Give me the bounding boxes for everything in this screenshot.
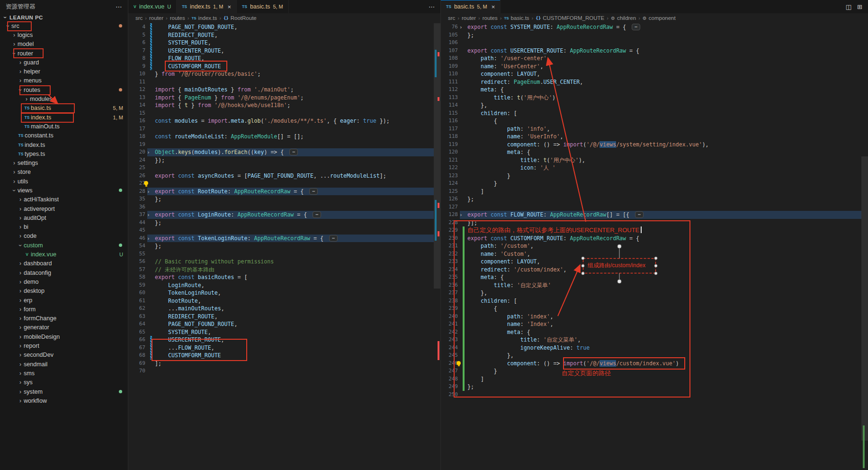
tree-item-guard[interactable]: ›guard (0, 58, 128, 67)
line-number[interactable]: 65 (128, 328, 145, 336)
breadcrumb-item-component[interactable]: component (649, 15, 676, 21)
line-number[interactable]: 246 (441, 360, 458, 368)
line-number[interactable]: 63 (128, 313, 145, 321)
code-line-8[interactable]: 8 FLOW_ROUTE, (128, 54, 434, 63)
line-number[interactable]: 19 (128, 141, 145, 149)
fold-chevron-right-icon[interactable]: › (147, 188, 150, 196)
line-number[interactable]: 17 (128, 125, 145, 133)
code-line-115[interactable]: 115 children: [ (441, 109, 861, 118)
code-line-58[interactable]: 58export const basicRoutes = [ (128, 273, 434, 281)
line-number[interactable]: 67 (128, 344, 145, 352)
line-number[interactable]: 230 (441, 235, 458, 243)
code-line-107[interactable]: 107export const USERCENTER_ROUTE: AppRou… (441, 47, 861, 55)
tree-item-sys[interactable]: ›sys (0, 378, 128, 387)
line-number[interactable]: 243 (441, 336, 458, 344)
code-line-60[interactable]: 60 TokenLoginRoute, (128, 289, 434, 297)
code-line-108[interactable]: 108 path: '/user-center', (441, 54, 861, 63)
code-line-230[interactable]: 230export const CUSTOMFORM_ROUTE: AppRou… (441, 235, 861, 243)
line-number[interactable]: 117 (441, 125, 458, 133)
line-number[interactable]: 61 (128, 297, 145, 305)
line-number[interactable]: 14 (128, 101, 145, 109)
code-line-229[interactable]: 229 (441, 226, 861, 235)
line-number[interactable]: 59 (128, 281, 145, 289)
code-line-4[interactable]: 4 PAGE_NOT_FOUND_ROUTE, (128, 23, 434, 31)
more-actions-icon[interactable]: ⋯ (429, 3, 435, 10)
line-number[interactable]: 124 (441, 180, 458, 188)
code-editor-basic-ts[interactable]: 76›export const SYSTEM_ROUTE: AppRouteRe… (441, 23, 861, 470)
line-number[interactable]: 66 (128, 336, 145, 344)
code-line-24[interactable]: 24}); (128, 156, 434, 164)
code-line-105[interactable]: 105}; (441, 31, 861, 39)
code-line-113[interactable]: 113 title: t('用户中心') (441, 94, 861, 102)
line-number[interactable]: 120 (441, 148, 458, 156)
tab-basic.ts[interactable]: TSbasic.ts5, M (237, 0, 289, 13)
code-line-119[interactable]: 119 component: () => import('/@/views/sy… (441, 141, 861, 149)
code-line-66[interactable]: 66 USERCENTER_ROUTE, (128, 336, 434, 344)
code-line-246[interactable]: 246 component: () => import('/@/views/cu… (441, 360, 861, 368)
tree-item-formChange[interactable]: ›formChange (0, 314, 128, 323)
code-line-18[interactable]: 18const routeModuleList: AppRouteModule[… (128, 133, 434, 141)
line-number[interactable]: 114 (441, 101, 458, 109)
line-number[interactable]: 109 (441, 63, 458, 71)
line-number[interactable]: 57 (128, 266, 145, 274)
code-line-112[interactable]: 112 meta: { (441, 86, 861, 94)
line-number[interactable]: 235 (441, 273, 458, 281)
code-line-122[interactable]: 122 icon: '人 ' (441, 164, 861, 172)
line-number[interactable]: 128 (441, 211, 458, 219)
code-line-36[interactable]: 36 (128, 203, 434, 211)
tree-item-settings[interactable]: ›settings (0, 158, 128, 167)
tree-item-actHiTaskinst[interactable]: ›actHiTaskinst (0, 195, 128, 204)
code-line-239[interactable]: 239 { (441, 305, 861, 313)
line-number[interactable]: 11 (128, 78, 145, 86)
line-number[interactable]: 242 (441, 328, 458, 336)
scrollbar-thumb[interactable] (861, 156, 868, 441)
code-line-68[interactable]: 68 CUSTOMFORM_ROUTE (128, 352, 434, 360)
code-line-242[interactable]: 242 meta: { (441, 328, 861, 336)
lightbulb-icon[interactable] (144, 181, 148, 185)
tree-item-sms[interactable]: ›sms (0, 369, 128, 378)
code-line-57[interactable]: 57// 未经许可的基本路由 (128, 266, 434, 274)
code-line-7[interactable]: 7 USERCENTER_ROUTE, (128, 47, 434, 55)
code-line-125[interactable]: 125 ] (441, 188, 861, 196)
line-number[interactable]: 25 (128, 164, 145, 172)
lightbulb-icon[interactable] (456, 361, 461, 365)
code-line-232[interactable]: 232 name: 'Custom', (441, 250, 861, 258)
code-line-17[interactable]: 17 (128, 125, 434, 133)
code-line-28[interactable]: 28›export const RootRoute: AppRouteRecor… (128, 188, 434, 196)
tree-item-workflow[interactable]: ›workflow (0, 396, 128, 405)
line-number[interactable]: 45 (128, 226, 145, 235)
line-number[interactable]: 107 (441, 47, 458, 55)
line-number[interactable]: 249 (441, 383, 458, 391)
code-line-59[interactable]: 59 LoginRoute, (128, 281, 434, 289)
line-number[interactable]: 127 (441, 203, 458, 211)
code-line-14[interactable]: 14import { t } from '/@/hooks/web/useI18… (128, 101, 434, 109)
tree-item-bi[interactable]: ›bi (0, 223, 128, 232)
tree-item-auditOpt[interactable]: ›auditOpt (0, 213, 128, 222)
code-line-69[interactable]: 69]; (128, 360, 434, 368)
code-line-56[interactable]: 56// Basic routing without permissions (128, 258, 434, 266)
line-number[interactable]: 9 (128, 63, 145, 71)
line-number[interactable]: 35 (128, 195, 145, 203)
line-number[interactable]: 70 (128, 367, 145, 375)
code-line-111[interactable]: 111 redirect: PageEnum.USER_CENTER, (441, 78, 861, 86)
line-number[interactable]: 229 (441, 226, 458, 235)
code-line-25[interactable]: 25 (128, 164, 434, 172)
tree-item-custom[interactable]: ›custom (0, 241, 128, 250)
code-line-126[interactable]: 126}; (441, 195, 861, 203)
line-number[interactable]: 15 (128, 109, 145, 118)
line-number[interactable]: 245 (441, 352, 458, 360)
code-line-127[interactable]: 127 (441, 203, 861, 211)
code-line-234[interactable]: 234 redirect: '/custom/index', (441, 266, 861, 274)
code-line-233[interactable]: 233 component: LAYOUT, (441, 258, 861, 266)
code-line-27[interactable]: 27 (128, 180, 434, 188)
line-number[interactable]: 237 (441, 289, 458, 297)
line-number[interactable]: 26 (128, 172, 145, 180)
close-icon[interactable]: × (228, 3, 232, 10)
line-number[interactable]: 46 (128, 235, 145, 243)
tree-item-helper[interactable]: ›helper (0, 67, 128, 76)
code-line-5[interactable]: 5 REDIRECT_ROUTE, (128, 31, 434, 39)
line-number[interactable]: 37 (128, 211, 145, 219)
tree-item-index.ts[interactable]: TSindex.ts1, M (0, 113, 128, 122)
tree-item-constant.ts[interactable]: TSconstant.ts (0, 131, 128, 140)
breadcrumb-item-router[interactable]: router (149, 15, 163, 21)
